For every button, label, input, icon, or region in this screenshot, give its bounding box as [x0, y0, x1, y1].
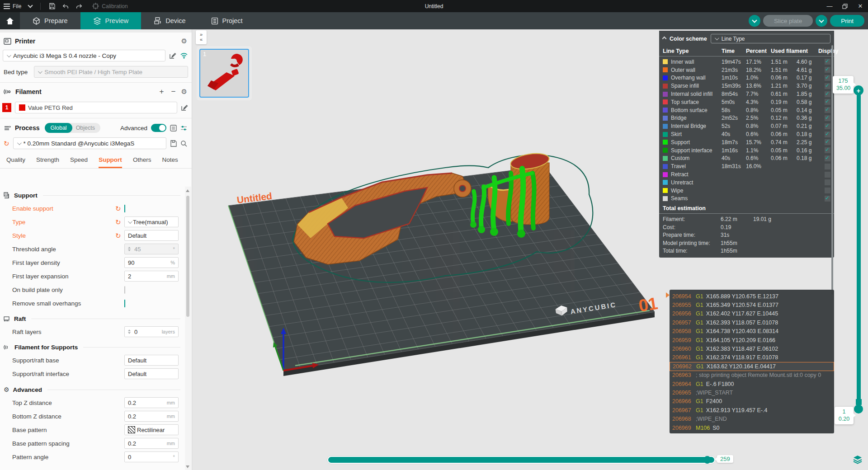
scrollbar-thumb[interactable]: [186, 196, 189, 317]
tab-strength[interactable]: Strength: [36, 156, 59, 168]
gcode-line[interactable]: 206958G1X164.738 Y120.403 E.08314: [670, 327, 834, 336]
tab-quality[interactable]: Quality: [6, 156, 25, 168]
tune-icon[interactable]: [180, 125, 187, 132]
reset-icon[interactable]: ↻: [115, 205, 124, 212]
build-plate[interactable]: [228, 166, 655, 371]
gcode-line[interactable]: 206968;WIPE_END: [670, 414, 834, 423]
scrollbar-down-icon[interactable]: [186, 465, 189, 468]
tab-speed[interactable]: Speed: [70, 156, 88, 168]
display-checkbox[interactable]: [825, 107, 830, 113]
support-raft-base-select[interactable]: Default: [124, 355, 179, 366]
spinner-icon[interactable]: [128, 329, 131, 334]
display-checkbox[interactable]: [825, 67, 830, 73]
undo-button[interactable]: [59, 0, 72, 12]
settings-scrollbar[interactable]: [185, 187, 191, 470]
bed-type-select[interactable]: Smooth PEI Plate / High Temp Plate: [34, 66, 188, 78]
gcode-line[interactable]: 206960G1X162.383 Y118.487 E.06102: [670, 344, 834, 353]
display-checkbox[interactable]: [825, 75, 830, 81]
edit-filament-icon[interactable]: [181, 104, 188, 111]
plate-thumbnail[interactable]: 1: [199, 49, 249, 98]
enable-support-checkbox[interactable]: [124, 205, 125, 212]
gcode-line[interactable]: 206969M106S0: [670, 423, 834, 432]
support-type-select[interactable]: Tree(manual): [124, 216, 179, 227]
base-pattern-spacing-input[interactable]: 0.2 mm: [124, 438, 179, 449]
file-menu-button[interactable]: File: [0, 0, 25, 12]
printer-settings-gear-icon[interactable]: ⚙: [181, 37, 187, 45]
tab-device[interactable]: Device: [141, 12, 198, 29]
gcode-line[interactable]: 206964G1E-.6 F1800: [670, 380, 834, 388]
layer-slider-bottom-handle[interactable]: [854, 404, 863, 414]
support-raft-interface-select[interactable]: Default: [124, 368, 179, 379]
gcode-line[interactable]: 206961G1X162.374 Y118.917 E.01078: [670, 353, 834, 362]
gcode-line[interactable]: 206957G1X162.393 Y118.057 E.01078: [670, 318, 834, 327]
gcode-line[interactable]: 206962G1X163.62 Y120.164 E.04417: [670, 362, 834, 371]
first-layer-density-input[interactable]: 90 %: [124, 257, 179, 268]
remove-filament-button[interactable]: −: [170, 87, 178, 96]
filament-settings-gear-icon[interactable]: ⚙: [181, 88, 187, 96]
gcode-line[interactable]: 206955G1X165.349 Y120.574 E.01377: [670, 301, 834, 309]
pattern-angle-input[interactable]: 0 °: [124, 451, 179, 462]
bottom-z-distance-input[interactable]: 0.2 mm: [124, 411, 179, 422]
gcode-line[interactable]: 206959G1X164.105 Y120.209 E.0166: [670, 336, 834, 344]
gcode-line[interactable]: 206954G1X165.889 Y120.675 E.12137: [670, 292, 834, 301]
display-checkbox[interactable]: [825, 99, 830, 105]
calibration-button[interactable]: Calibration: [92, 3, 127, 9]
preset-select[interactable]: * 0.20mm Standard @Anycubic i3MegaS: [13, 137, 166, 149]
top-z-distance-input[interactable]: 0.2 mm: [124, 397, 179, 408]
reset-icon[interactable]: ↻: [115, 219, 124, 226]
save-button[interactable]: [45, 0, 59, 12]
support-style-select[interactable]: Default: [124, 230, 179, 241]
on-build-plate-only-checkbox[interactable]: [124, 286, 125, 294]
layer-range-slider-track[interactable]: [857, 94, 861, 408]
home-button[interactable]: [0, 12, 20, 29]
tab-notes[interactable]: Notes: [162, 156, 178, 168]
restore-button[interactable]: [837, 0, 853, 12]
minimize-button[interactable]: —: [822, 0, 837, 12]
first-layer-expansion-input[interactable]: 2 mm: [124, 271, 179, 282]
scrollbar-up-icon[interactable]: [186, 189, 189, 192]
display-checkbox[interactable]: [825, 196, 830, 202]
move-slider-track[interactable]: [327, 456, 715, 464]
color-scheme-select[interactable]: Line Type: [711, 34, 830, 43]
gcode-line[interactable]: 206966G1F2400: [670, 397, 834, 406]
display-checkbox[interactable]: [825, 91, 830, 97]
display-checkbox[interactable]: [825, 164, 830, 169]
scope-global-button[interactable]: Global: [45, 123, 72, 133]
gcode-line[interactable]: 206956G1X162.402 Y117.627 E.10445: [670, 310, 834, 318]
display-checkbox[interactable]: [825, 123, 830, 129]
move-slider-handle[interactable]: [703, 456, 711, 464]
display-checkbox[interactable]: [825, 179, 830, 185]
gcode-line[interactable]: 206963; stop printing object Remote Moun…: [670, 371, 834, 380]
reset-icon[interactable]: ↻: [115, 232, 124, 239]
display-checkbox[interactable]: [825, 83, 830, 89]
slice-options-button[interactable]: [749, 15, 760, 27]
remove-small-overhangs-checkbox[interactable]: [124, 300, 125, 307]
display-checkbox[interactable]: [825, 59, 830, 65]
search-preset-icon[interactable]: [180, 140, 187, 147]
print-button[interactable]: Print: [830, 15, 864, 27]
display-checkbox[interactable]: [825, 132, 830, 137]
tab-preview[interactable]: Preview: [80, 12, 142, 29]
wifi-icon[interactable]: [180, 52, 188, 59]
panel-collapse-button[interactable]: »«: [196, 30, 207, 44]
filament-select[interactable]: Value PETG Red: [15, 102, 177, 113]
add-filament-button[interactable]: +: [158, 87, 166, 96]
base-pattern-select[interactable]: Rectilinear: [124, 424, 179, 435]
preset-reset-icon[interactable]: ↻: [4, 140, 9, 147]
tab-project[interactable]: Project: [198, 12, 255, 29]
edit-printer-icon[interactable]: [169, 52, 176, 59]
layer-mode-icon[interactable]: [853, 455, 863, 465]
parameter-list-icon[interactable]: [170, 125, 177, 132]
tab-support[interactable]: Support: [99, 156, 122, 168]
display-checkbox[interactable]: [825, 115, 830, 121]
printer-select[interactable]: Anycubic i3 Mega S 0.4 nozzle - Copy: [3, 50, 165, 61]
display-checkbox[interactable]: [825, 139, 830, 145]
advanced-toggle[interactable]: [151, 124, 166, 132]
slice-plate-button[interactable]: Slice plate: [763, 15, 813, 27]
raft-layers-input[interactable]: 0 layers: [124, 326, 179, 337]
gcode-line[interactable]: 206965;WIPE_START: [670, 388, 834, 397]
threshold-angle-input[interactable]: 45 °: [124, 244, 179, 254]
save-preset-icon[interactable]: [170, 140, 177, 147]
tab-prepare[interactable]: Prepare: [20, 12, 80, 29]
file-menu-dropdown[interactable]: [25, 0, 36, 12]
